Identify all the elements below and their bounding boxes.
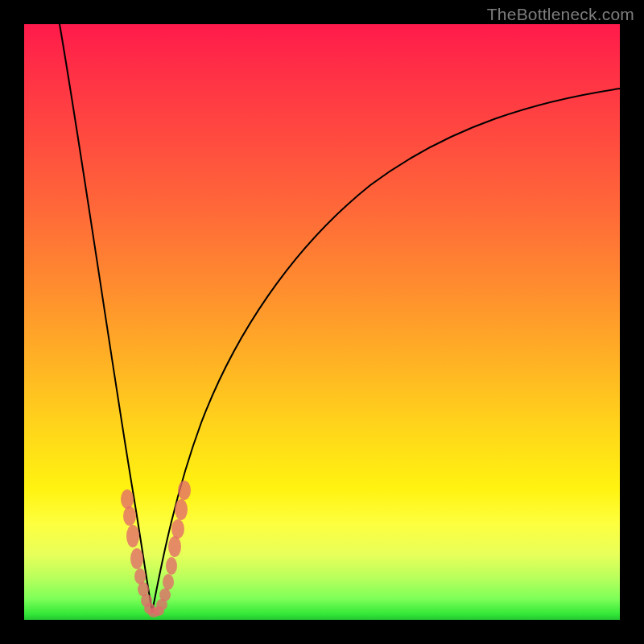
datapoint [166, 557, 177, 575]
datapoint [159, 588, 171, 601]
watermark-text: TheBottleneck.com [487, 5, 634, 24]
datapoint [130, 548, 143, 569]
datapoint-cluster-left [121, 489, 159, 617]
datapoint [121, 489, 134, 509]
curve-right-branch [152, 89, 620, 612]
datapoint [126, 525, 139, 547]
curve-left-branch [60, 24, 152, 612]
datapoint [178, 481, 191, 500]
plot-area [24, 24, 620, 620]
datapoint-cluster-right [153, 481, 191, 616]
datapoint [168, 536, 181, 557]
chart-frame: TheBottleneck.com [0, 0, 644, 644]
datapoint [175, 499, 188, 520]
datapoint [134, 568, 146, 584]
datapoint [163, 574, 174, 590]
datapoint [123, 506, 136, 526]
curve-layer [24, 24, 620, 620]
datapoint [171, 519, 184, 539]
